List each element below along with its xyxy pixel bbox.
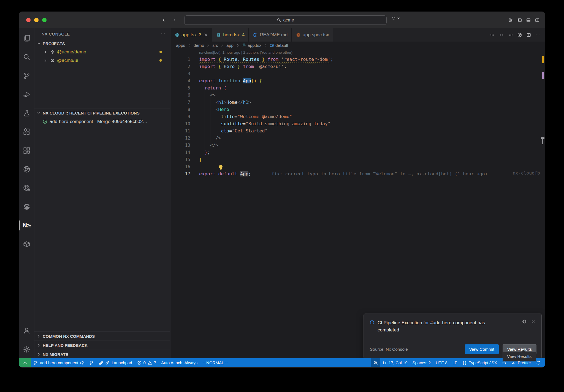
chevron-right-icon — [37, 343, 41, 347]
next-change-icon[interactable] — [508, 33, 513, 37]
code-text: export function App() { — [199, 77, 262, 85]
section-projects[interactable]: PROJECTS — [34, 39, 170, 48]
status-language-mode[interactable]: {}TypeScript JSX — [460, 358, 499, 367]
status-eol[interactable]: LF — [450, 358, 460, 367]
activity-item-edge-browser[interactable] — [19, 197, 34, 216]
status-cursor-position[interactable]: Ln 17, Col 19 — [380, 358, 410, 367]
activity-item-containers[interactable] — [19, 235, 34, 254]
code-line-10[interactable]: 10 subtitle="Build something amazing tod… — [170, 120, 545, 127]
breadcrumb-item[interactable]: apps — [176, 43, 185, 48]
activity-item-run-and-debug[interactable] — [19, 85, 34, 104]
activity-item-accounts[interactable] — [19, 321, 34, 340]
status-problems[interactable]: 07 — [135, 358, 159, 367]
tab-README.md[interactable]: README.md — [249, 28, 292, 42]
status-zoom-indicator[interactable] — [371, 358, 380, 367]
code-line-3[interactable]: 3 — [170, 70, 545, 77]
activity-item-nx-console[interactable]: N≥ — [19, 216, 34, 235]
code-line-9[interactable]: 9 title="Welcome @acme/demo" — [170, 113, 545, 120]
notification-close-icon[interactable] — [531, 319, 535, 333]
status-auto-attach[interactable]: Auto Attach: Always — [159, 358, 200, 367]
activity-item-search[interactable] — [19, 48, 34, 66]
react-icon — [216, 33, 221, 37]
code-line-13[interactable]: 13 </> — [170, 142, 545, 149]
toggle-primary-sidebar-icon[interactable] — [517, 18, 522, 22]
notification-message: CI Pipeline Execution for #add-hero-comp… — [378, 319, 507, 333]
close-window-button[interactable] — [26, 18, 31, 22]
activity-item-settings[interactable] — [19, 340, 34, 359]
forward-icon[interactable] — [172, 18, 176, 22]
command-center-search[interactable]: acme — [184, 15, 387, 25]
code-line-15[interactable]: 15} — [170, 156, 545, 163]
activity-item-source-control[interactable] — [19, 66, 34, 85]
code-line-14[interactable]: 14 ); — [170, 149, 545, 156]
code-line-4[interactable]: 4export function App() { — [170, 77, 545, 85]
status-remote-indicator[interactable] — [19, 358, 31, 367]
status-git-branch[interactable]: add-hero-component — [31, 358, 87, 367]
split-editor-icon[interactable] — [527, 33, 531, 37]
status-launchpad[interactable]: Launchpad — [96, 358, 134, 367]
activity-item-nx-project-graph[interactable] — [19, 141, 34, 160]
copilot-menu-button[interactable] — [391, 16, 401, 20]
customize-layout-icon[interactable] — [509, 18, 513, 22]
activity-item-extensions[interactable] — [19, 122, 34, 141]
code-line-16[interactable]: 16 — [170, 163, 545, 170]
status-vim-mode[interactable]: -- NORMAL -- — [200, 358, 230, 367]
center-change-icon[interactable] — [499, 33, 504, 37]
view-commit-button[interactable]: View Commit — [465, 344, 499, 354]
code-line-17[interactable]: 17export default App;fix: correct typo i… — [170, 170, 545, 178]
status-label: Auto Attach: Always — [161, 360, 197, 365]
section-nx-cloud[interactable]: NX CLOUD :: RECENT CI PIPELINE EXECUTION… — [34, 108, 170, 117]
activity-item-gitlens-inspect[interactable] — [19, 179, 34, 197]
pipeline-execution-item[interactable]: add-hero-component - Merge 409b44e5cb02… — [34, 117, 170, 126]
back-icon[interactable] — [162, 18, 167, 22]
git-blame-codelens[interactable]: nx-cloud[bot], 1 hour ago | 2 authors (Y… — [170, 49, 545, 56]
chevron-right-icon — [43, 58, 48, 63]
section-common-nx-commands[interactable]: COMMON NX COMMANDS — [34, 331, 170, 341]
lightbulb-icon[interactable] — [219, 165, 223, 168]
code-line-8[interactable]: 8 <Hero — [170, 106, 545, 113]
breadcrumb-file[interactable]: app.tsx — [242, 43, 261, 48]
zoom-out-icon — [373, 361, 378, 365]
section-help-and-feedback[interactable]: HELP AND FEEDBACK — [34, 341, 170, 350]
zoom-window-button[interactable] — [42, 18, 47, 22]
status-scm-action[interactable] — [87, 358, 96, 367]
status-encoding[interactable]: UTF-8 — [433, 358, 450, 367]
section-nx-migrate[interactable]: NX MIGRATE — [34, 350, 170, 359]
more-actions-icon[interactable] — [161, 32, 165, 36]
git-graph-icon[interactable] — [517, 33, 522, 37]
tab-app.spec.tsx[interactable]: app.spec.tsx — [292, 28, 333, 42]
breadcrumb-symbol[interactable]: default — [270, 43, 288, 48]
minimize-window-button[interactable] — [34, 18, 39, 22]
toggle-panel-icon[interactable] — [526, 18, 531, 22]
layout-controls — [509, 12, 539, 28]
breadcrumb[interactable]: appsdemosrcappapp.tsxdefault — [170, 42, 545, 49]
previous-change-icon[interactable] — [490, 33, 495, 37]
notification-settings-gear-icon[interactable] — [522, 319, 527, 333]
more-icon[interactable] — [536, 33, 540, 37]
code-line-1[interactable]: 1import { Route, Routes } from 'react-ro… — [170, 56, 545, 63]
tab-hero.tsx[interactable]: hero.tsx4 — [212, 28, 249, 42]
toggle-secondary-sidebar-icon[interactable] — [535, 18, 539, 22]
activity-item-git-graph[interactable] — [19, 160, 34, 179]
activity-item-testing[interactable] — [19, 104, 34, 122]
status-indentation[interactable]: Spaces: 2 — [410, 358, 433, 367]
tab-close-icon[interactable] — [204, 33, 208, 37]
project-item[interactable]: @acme/demo — [34, 48, 170, 56]
code-line-12[interactable]: 12 /> — [170, 135, 545, 142]
tab-label: README.md — [260, 32, 288, 38]
breadcrumb-item[interactable]: app — [226, 43, 234, 48]
overview-ruler[interactable] — [541, 49, 545, 359]
tab-app.tsx[interactable]: app.tsx3 — [170, 28, 212, 42]
breadcrumb-item[interactable]: demo — [194, 43, 204, 48]
activity-item-explorer[interactable] — [19, 29, 34, 48]
code-line-6[interactable]: 6 <> — [170, 92, 545, 99]
code-line-11[interactable]: 11 cta="Get Started" — [170, 127, 545, 135]
code-line-2[interactable]: 2import { Hero } from '@acme/ui'; — [170, 63, 545, 70]
code-line-7[interactable]: 7 <h1>Home</h1> — [170, 99, 545, 106]
code-line-5[interactable]: 5 return ( — [170, 85, 545, 92]
breadcrumb-item[interactable]: src — [212, 43, 218, 48]
project-item[interactable]: @acme/ui — [34, 56, 170, 65]
code-editor[interactable]: nx-cloud[bot], 1 hour ago | 2 authors (Y… — [170, 49, 545, 359]
sidebar-nx-console: NX CONSOLE PROJECTS @acme/demo@acme/ui N… — [34, 28, 170, 359]
git-branch-icon — [34, 361, 38, 365]
